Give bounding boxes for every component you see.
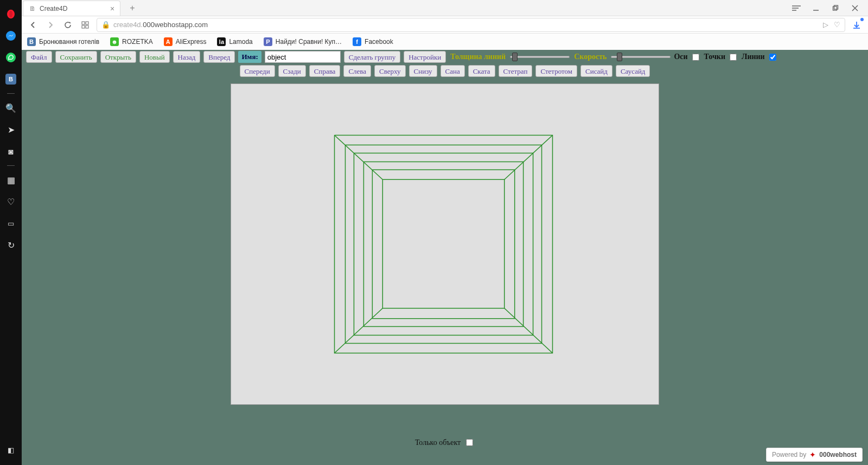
tab-strip: 🗎 Create4D × + xyxy=(22,0,868,16)
canvas-wrap xyxy=(22,78,868,437)
object-name-input[interactable] xyxy=(265,51,341,63)
view-left-button[interactable]: Слева xyxy=(343,65,371,77)
view-stetrotom-button[interactable]: Стетротом xyxy=(535,65,577,77)
bookmark-label: Lamoda xyxy=(229,38,252,46)
bottom-controls: Только объект xyxy=(22,437,868,450)
bookmark-heart-icon[interactable]: ♡ xyxy=(834,21,840,29)
bookmark-item-5[interactable]: fFacebook xyxy=(353,37,393,46)
speed-dial-icon[interactable] xyxy=(79,19,91,31)
bookmark-label: ROZETKA xyxy=(122,38,153,46)
svg-rect-4 xyxy=(833,7,837,10)
settings-button[interactable]: Настройки xyxy=(404,51,446,63)
browser-chrome: 🗎 Create4D × + xyxy=(22,0,868,50)
viewport-canvas[interactable] xyxy=(231,83,659,405)
tab-create4d[interactable]: 🗎 Create4D × xyxy=(23,1,120,16)
search-icon[interactable]: 🔍 xyxy=(0,97,22,119)
view-top-button[interactable]: Сверху xyxy=(374,65,406,77)
address-bar[interactable]: 🔒 create4d.000webhostapp.com ▷ ♡ xyxy=(97,18,845,32)
speed-slider-thumb[interactable] xyxy=(617,53,622,61)
tab-favicon-icon: 🗎 xyxy=(29,5,36,12)
bookmark-label: Найди! Сравни! Куп… xyxy=(276,38,342,46)
news-icon[interactable]: ▭ xyxy=(0,212,22,234)
view-bottom-button[interactable]: Снизу xyxy=(409,65,437,77)
powered-by-badge[interactable]: Powered by ✦ 000webhost xyxy=(766,448,863,462)
heart-icon[interactable]: ♡ xyxy=(0,191,22,212)
window-maximize-button[interactable] xyxy=(826,1,845,15)
send-icon[interactable]: ➤ xyxy=(0,119,22,140)
tab-title: Create4D xyxy=(40,5,67,12)
lock-icon: 🔒 xyxy=(101,21,110,29)
points-checkbox-label[interactable]: Точки xyxy=(704,52,738,62)
wire-diag-4 xyxy=(335,308,383,353)
toolbar-row-1: Файл Сохранить Открыть Новый Назад Впере… xyxy=(22,50,868,64)
vk-icon[interactable]: B xyxy=(0,68,22,90)
webhost-name: 000webhost xyxy=(819,451,857,458)
wire-outer-square xyxy=(335,135,553,353)
nav-back-button[interactable] xyxy=(27,19,39,31)
view-skata-button[interactable]: Ската xyxy=(468,65,495,77)
speed-slider[interactable] xyxy=(611,56,671,58)
webhost-logo-icon: ✦ xyxy=(809,450,816,459)
browser-sidebar: B 🔍 ➤ ◙ ▦ ♡ ▭ ↻ ◧ xyxy=(0,0,22,465)
only-object-checkbox[interactable] xyxy=(466,439,473,446)
wire-inner-square xyxy=(382,179,504,308)
redo-button[interactable]: Вперед xyxy=(203,51,235,63)
undo-button[interactable]: Назад xyxy=(173,51,201,63)
view-sisayd-button[interactable]: Сисайд xyxy=(580,65,612,77)
view-right-button[interactable]: Справа xyxy=(309,65,341,77)
svg-rect-6 xyxy=(82,22,85,24)
bookmark-item-3[interactable]: laLamoda xyxy=(217,37,252,46)
downloads-button[interactable] xyxy=(851,19,863,31)
camera-icon[interactable]: ◙ xyxy=(0,140,22,162)
line-width-slider[interactable] xyxy=(510,56,570,58)
page-content: Файл Сохранить Открыть Новый Назад Впере… xyxy=(22,50,868,465)
new-button[interactable]: Новый xyxy=(139,51,170,63)
lines-label-text: Линии xyxy=(742,53,765,61)
bookmark-favicon-icon: ☻ xyxy=(110,37,119,46)
easy-setup-icon[interactable] xyxy=(787,1,806,15)
apps-icon[interactable]: ▦ xyxy=(0,169,22,191)
bookmark-item-2[interactable]: AAliExpress xyxy=(164,37,207,46)
history-icon[interactable]: ↻ xyxy=(0,234,22,256)
lines-checkbox[interactable] xyxy=(769,54,776,61)
new-tab-button[interactable]: + xyxy=(125,1,140,16)
file-button[interactable]: Файл xyxy=(26,51,52,63)
bookmark-item-4[interactable]: PНайди! Сравни! Куп… xyxy=(264,37,342,46)
opera-logo-icon[interactable] xyxy=(0,3,22,25)
axes-label-text: Оси xyxy=(674,53,687,61)
url-text: create4d.000webhostapp.com xyxy=(113,21,208,29)
axes-checkbox[interactable] xyxy=(692,54,699,61)
wire-diag-2 xyxy=(505,135,553,180)
window-minimize-button[interactable] xyxy=(806,1,826,15)
bookmark-label: AliExpress xyxy=(176,38,207,46)
window-close-button[interactable] xyxy=(845,1,865,15)
view-back-button[interactable]: Сзади xyxy=(278,65,306,77)
bookmarks-bar: BБронювання готелів☻ROZETKAAAliExpressla… xyxy=(22,34,868,50)
view-stetrap-button[interactable]: Стетрап xyxy=(499,65,533,77)
messenger-icon[interactable] xyxy=(0,25,22,47)
open-button[interactable]: Открыть xyxy=(100,51,136,63)
bookmark-favicon-icon: la xyxy=(217,37,226,46)
bookmark-item-0[interactable]: BБронювання готелів xyxy=(27,37,99,46)
lines-checkbox-label[interactable]: Линии xyxy=(742,52,778,62)
view-sana-button[interactable]: Сана xyxy=(441,65,465,77)
points-checkbox[interactable] xyxy=(730,54,737,61)
bookmark-favicon-icon: f xyxy=(353,37,361,46)
bookmark-label: Бронювання готелів xyxy=(39,38,99,46)
whatsapp-icon[interactable] xyxy=(0,47,22,68)
make-group-button[interactable]: Сделать группу xyxy=(344,51,400,63)
line-width-slider-thumb[interactable] xyxy=(512,53,518,61)
send-page-icon[interactable]: ▷ xyxy=(823,21,828,29)
reload-button[interactable] xyxy=(62,19,74,31)
nav-forward-button[interactable] xyxy=(44,19,56,31)
view-sausayd-button[interactable]: Саусайд xyxy=(616,65,650,77)
sidebar-settings-icon[interactable]: ◧ xyxy=(0,439,22,461)
only-object-label: Только объект xyxy=(415,438,461,447)
save-button[interactable]: Сохранить xyxy=(55,51,97,63)
view-front-button[interactable]: Спереди xyxy=(240,65,275,77)
svg-rect-8 xyxy=(82,25,85,28)
tab-close-icon[interactable]: × xyxy=(108,4,117,13)
axes-checkbox-label[interactable]: Оси xyxy=(674,52,700,62)
bookmark-label: Facebook xyxy=(365,38,393,46)
bookmark-item-1[interactable]: ☻ROZETKA xyxy=(110,37,153,46)
